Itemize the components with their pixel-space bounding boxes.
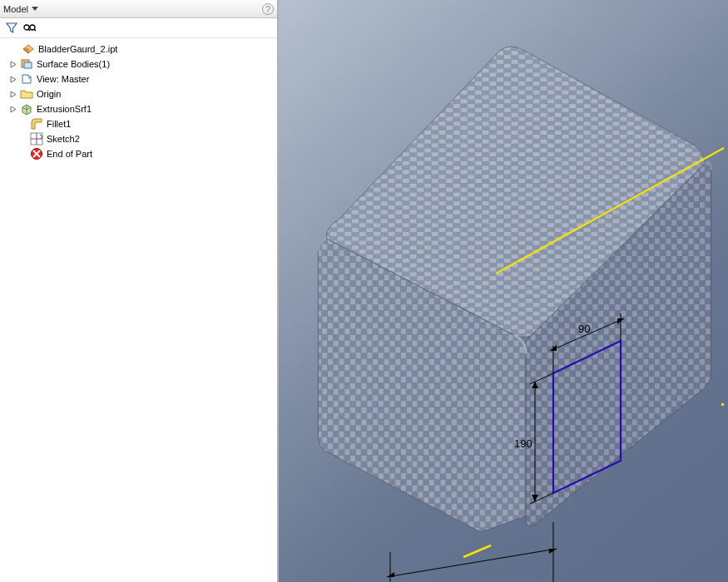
mesh-cube-model (287, 33, 720, 532)
svg-rect-6 (24, 62, 32, 68)
sketch-icon (30, 132, 43, 146)
svg-line-31 (387, 549, 557, 577)
tree-node-sketch[interactable]: Sketch2 (2, 131, 275, 146)
tree-node-label: View: Master (37, 72, 89, 86)
selected-edge-bottom (463, 545, 491, 557)
tree-node-part-file[interactable]: BladderGaurd_2.ipt (2, 42, 275, 57)
tree-node-fillet[interactable]: Fillet1 (2, 116, 275, 131)
tree-node-label: Fillet1 (47, 116, 71, 131)
part-file-icon (22, 42, 35, 56)
svg-line-1 (28, 29, 30, 31)
tree-node-label: BladderGaurd_2.ipt (38, 42, 117, 57)
model-tree: BladderGaurd_2.ipt Surface Bodies(1) Vie… (0, 38, 277, 582)
extrusion-icon (20, 102, 33, 116)
expand-icon[interactable] (8, 104, 18, 114)
fillet-icon (30, 117, 43, 131)
end-of-part-icon (30, 147, 43, 160)
tree-node-label: End of Part (47, 146, 92, 161)
expand-icon[interactable] (8, 59, 18, 69)
filter-icon[interactable] (5, 22, 18, 35)
tree-node-view[interactable]: View: Master (2, 72, 275, 86)
browser-toolbar (0, 18, 277, 38)
browser-title-text: Model (3, 4, 28, 14)
browser-title-dropdown[interactable]: Model (3, 4, 38, 14)
tree-node-label: Sketch2 (47, 131, 80, 146)
model-browser-panel: Model ? BladderGaurd_2.ipt (0, 0, 279, 582)
tree-node-label: Surface Bodies(1) (37, 57, 110, 72)
tree-node-extrusion[interactable]: ExtrusionSrf1 (2, 101, 275, 116)
tree-node-origin[interactable]: Origin (2, 86, 275, 101)
view-icon (20, 72, 33, 86)
expand-icon[interactable] (8, 89, 18, 99)
expand-icon[interactable] (8, 74, 18, 84)
folder-icon (20, 87, 33, 101)
tree-node-label: ExtrusionSrf1 (37, 101, 92, 116)
surface-bodies-icon (20, 57, 33, 71)
viewport-3d[interactable]: 90 190 (279, 0, 728, 582)
svg-line-3 (34, 29, 36, 31)
browser-header: Model ? (0, 0, 277, 18)
chevron-down-icon (32, 7, 38, 11)
tree-node-end-of-part[interactable]: End of Part (2, 146, 275, 161)
reference-point-icon (721, 403, 724, 406)
find-icon[interactable] (23, 22, 37, 35)
tree-node-surface-bodies[interactable]: Surface Bodies(1) (2, 57, 275, 72)
help-icon[interactable]: ? (262, 3, 274, 15)
tree-node-label: Origin (37, 86, 61, 101)
